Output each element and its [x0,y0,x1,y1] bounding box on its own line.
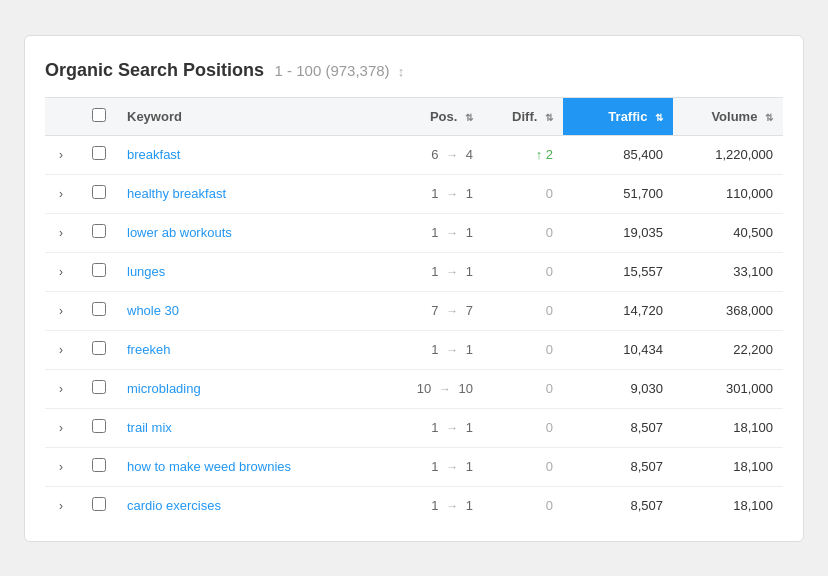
expand-button[interactable]: › [55,497,67,515]
expand-button[interactable]: › [55,185,67,203]
expand-button[interactable]: › [55,458,67,476]
row-checkbox[interactable] [92,224,106,238]
row-checkbox[interactable] [92,146,106,160]
volume-cell: 18,100 [673,408,783,447]
expand-cell: › [45,486,81,525]
checkbox-cell[interactable] [81,369,117,408]
row-checkbox[interactable] [92,263,106,277]
keyword-link[interactable]: trail mix [127,420,172,435]
keyword-cell: how to make weed brownies [117,447,373,486]
col-header-check[interactable] [81,97,117,135]
col-header-traffic[interactable]: Traffic ⇅ [563,97,673,135]
diff-value: 0 [546,420,553,435]
arrow-icon: → [446,499,458,513]
volume-cell: 33,100 [673,252,783,291]
table-body: ›breakfast6 → 4↑ 285,4001,220,000›health… [45,135,783,525]
expand-button[interactable]: › [55,263,67,281]
diff-cell: 0 [483,252,563,291]
keyword-link[interactable]: lunges [127,264,165,279]
checkbox-cell[interactable] [81,330,117,369]
diff-cell: 0 [483,330,563,369]
keyword-link[interactable]: breakfast [127,147,180,162]
table-header: Keyword Pos. ⇅ Diff. ⇅ Traffic ⇅ Volume … [45,97,783,135]
expand-button[interactable]: › [55,146,67,164]
diff-value: 0 [546,381,553,396]
organic-search-card: Organic Search Positions 1 - 100 (973,37… [24,35,804,542]
card-title: Organic Search Positions [45,60,264,80]
col-header-pos[interactable]: Pos. ⇅ [373,97,483,135]
arrow-icon: → [439,382,451,396]
arrow-icon: → [446,421,458,435]
row-checkbox[interactable] [92,302,106,316]
table-row: ›microblading10 → 1009,030301,000 [45,369,783,408]
position-cell: 1 → 1 [373,447,483,486]
keyword-link[interactable]: cardio exercises [127,498,221,513]
expand-cell: › [45,447,81,486]
traffic-cell: 8,507 [563,408,673,447]
table-row: ›how to make weed brownies1 → 108,50718,… [45,447,783,486]
diff-cell: 0 [483,291,563,330]
checkbox-cell[interactable] [81,486,117,525]
arrow-icon: → [446,343,458,357]
volume-cell: 22,200 [673,330,783,369]
diff-cell: 0 [483,213,563,252]
volume-sort-icon: ⇅ [765,112,773,123]
select-all-checkbox[interactable] [92,108,106,122]
col-header-expand [45,97,81,135]
checkbox-cell[interactable] [81,408,117,447]
row-checkbox[interactable] [92,419,106,433]
table-row: ›lunges1 → 1015,55733,100 [45,252,783,291]
checkbox-cell[interactable] [81,447,117,486]
row-checkbox[interactable] [92,497,106,511]
keyword-link[interactable]: how to make weed brownies [127,459,291,474]
row-checkbox[interactable] [92,341,106,355]
row-checkbox[interactable] [92,185,106,199]
col-header-volume[interactable]: Volume ⇅ [673,97,783,135]
checkbox-cell[interactable] [81,291,117,330]
checkbox-cell[interactable] [81,213,117,252]
keyword-link[interactable]: whole 30 [127,303,179,318]
keyword-cell: lower ab workouts [117,213,373,252]
diff-value: 0 [546,459,553,474]
expand-button[interactable]: › [55,419,67,437]
volume-cell: 1,220,000 [673,135,783,174]
keyword-cell: lunges [117,252,373,291]
checkbox-cell[interactable] [81,252,117,291]
diff-cell: 0 [483,486,563,525]
expand-cell: › [45,135,81,174]
keyword-link[interactable]: freekeh [127,342,170,357]
table-row: ›trail mix1 → 108,50718,100 [45,408,783,447]
keyword-link[interactable]: lower ab workouts [127,225,232,240]
volume-cell: 18,100 [673,447,783,486]
expand-cell: › [45,408,81,447]
expand-cell: › [45,174,81,213]
arrow-icon: → [446,226,458,240]
keyword-link[interactable]: healthy breakfast [127,186,226,201]
diff-value: 0 [546,498,553,513]
diff-cell: 0 [483,174,563,213]
expand-button[interactable]: › [55,224,67,242]
expand-button[interactable]: › [55,302,67,320]
position-cell: 6 → 4 [373,135,483,174]
expand-button[interactable]: › [55,380,67,398]
col-header-keyword[interactable]: Keyword [117,97,373,135]
checkbox-cell[interactable] [81,174,117,213]
traffic-cell: 10,434 [563,330,673,369]
diff-sort-icon: ⇅ [545,112,553,123]
row-checkbox[interactable] [92,458,106,472]
diff-value: 0 [546,342,553,357]
keyword-cell: microblading [117,369,373,408]
keyword-cell: whole 30 [117,291,373,330]
volume-cell: 301,000 [673,369,783,408]
row-checkbox[interactable] [92,380,106,394]
position-cell: 1 → 1 [373,408,483,447]
checkbox-cell[interactable] [81,135,117,174]
diff-value: 0 [546,264,553,279]
keyword-cell: breakfast [117,135,373,174]
expand-button[interactable]: › [55,341,67,359]
traffic-cell: 15,557 [563,252,673,291]
keyword-link[interactable]: microblading [127,381,201,396]
diff-cell: 0 [483,447,563,486]
diff-value: 0 [546,186,553,201]
col-header-diff[interactable]: Diff. ⇅ [483,97,563,135]
